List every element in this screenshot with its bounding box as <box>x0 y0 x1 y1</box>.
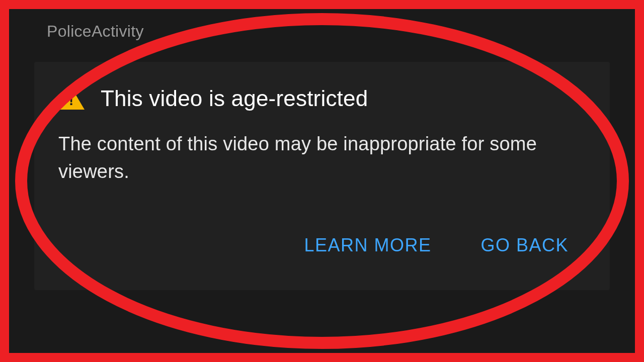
button-row: LEARN MORE GO BACK <box>58 231 586 260</box>
go-back-button[interactable]: GO BACK <box>478 231 571 260</box>
warning-title: This video is age-restricted <box>101 86 368 111</box>
outer-red-frame: PoliceActivity This video is age-restric… <box>0 0 644 362</box>
channel-name[interactable]: PoliceActivity <box>47 22 615 41</box>
warning-icon <box>58 87 85 110</box>
content-area: PoliceActivity This video is age-restric… <box>9 9 635 353</box>
learn-more-button[interactable]: LEARN MORE <box>302 231 433 260</box>
warning-description: The content of this video may be inappro… <box>58 130 586 186</box>
age-restriction-card: This video is age-restricted The content… <box>34 62 610 290</box>
warning-header: This video is age-restricted <box>58 86 586 111</box>
